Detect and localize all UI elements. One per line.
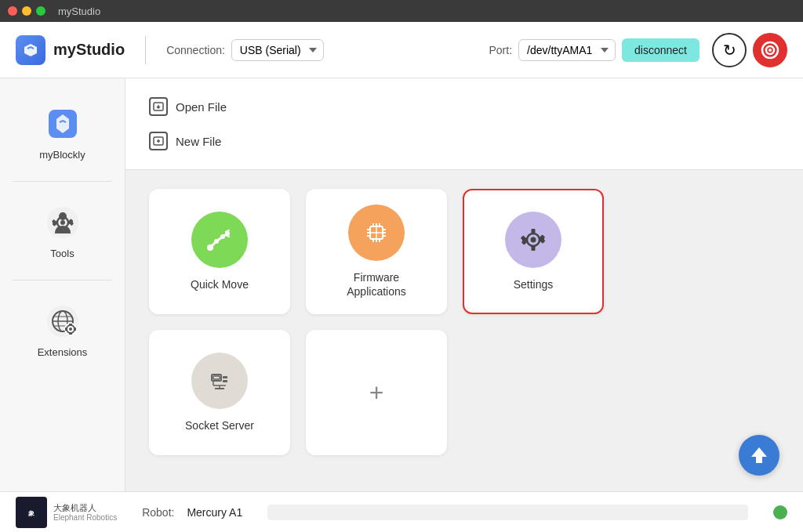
open-file-button[interactable]: Open File (149, 94, 779, 119)
socket-server-label: Socket Server (185, 418, 254, 432)
svg-point-24 (69, 328, 72, 331)
settings-icon-circle (505, 212, 561, 268)
company-name-zh: 大象机器人 (53, 502, 117, 513)
svg-point-57 (531, 237, 536, 242)
add-icon: + (369, 378, 384, 407)
connection-status-dot (773, 505, 787, 519)
quick-move-icon-circle (191, 212, 248, 268)
svg-text:象: 象 (28, 510, 35, 517)
svg-rect-59 (532, 246, 536, 251)
refresh-button[interactable]: ↻ (712, 33, 747, 67)
file-actions: Open File New File (125, 78, 803, 170)
firmware-label: Firmware Applications (347, 270, 406, 299)
refresh-icon: ↻ (723, 41, 736, 60)
sidebar-item-tools-label: Tools (50, 248, 74, 259)
status-bar (267, 505, 748, 520)
cards-grid: Quick Move (125, 170, 803, 474)
new-file-label: New File (176, 135, 221, 148)
sidebar-divider-1 (13, 181, 112, 182)
card-settings[interactable]: Settings (463, 189, 604, 314)
myblockly-icon (42, 103, 83, 144)
window-title: myStudio (58, 5, 100, 17)
sidebar-item-extensions[interactable]: Extensions (16, 291, 110, 367)
close-dot[interactable] (8, 6, 17, 16)
port-label: Port: (489, 44, 512, 56)
open-file-icon (149, 97, 168, 116)
bottom-logo-text: 大象机器人 Elephant Robotics (53, 502, 117, 522)
svg-rect-28 (74, 328, 76, 331)
sidebar-item-myblockly-label: myBlockly (39, 149, 85, 161)
cards-area-wrapper: Quick Move (125, 170, 803, 491)
open-file-label: Open File (176, 100, 227, 114)
header: myStudio Connection: USB (Serial) Port: … (0, 22, 803, 78)
svg-point-35 (207, 244, 213, 251)
card-socket-server[interactable]: Socket Server (149, 330, 290, 455)
firmware-icon-circle (348, 204, 405, 261)
quick-move-label: Quick Move (191, 277, 249, 291)
sidebar-item-myblockly[interactable]: myBlockly (16, 94, 110, 170)
main-area: myBlockly (0, 78, 803, 491)
svg-rect-58 (532, 229, 536, 233)
connection-label: Connection: (166, 44, 225, 56)
robot-status-button[interactable] (753, 33, 787, 67)
sidebar-item-extensions-label: Extensions (38, 346, 88, 358)
sidebar: myBlockly (0, 78, 125, 491)
svg-point-36 (214, 239, 219, 244)
logo-area: myStudio (16, 35, 125, 65)
app-title: myStudio (53, 41, 125, 59)
window-controls (8, 6, 45, 16)
svg-rect-26 (69, 332, 72, 335)
upload-button[interactable] (739, 435, 779, 476)
settings-label: Settings (514, 277, 554, 291)
svg-point-15 (59, 212, 67, 220)
company-name-en: Elephant Robotics (53, 513, 117, 522)
logo-icon (16, 35, 45, 65)
disconnect-button[interactable]: disconnect (622, 38, 699, 62)
card-add[interactable]: + (306, 330, 447, 455)
svg-point-6 (60, 220, 65, 225)
sidebar-item-tools[interactable]: Tools (16, 193, 110, 269)
robot-name: Mercury A1 (187, 506, 242, 519)
connection-area: Connection: USB (Serial) (166, 39, 324, 61)
card-quick-move[interactable]: Quick Move (149, 189, 290, 314)
extensions-icon (42, 301, 83, 342)
socket-server-icon-circle (191, 353, 248, 409)
port-select[interactable]: /dev/ttyAMA1 (518, 39, 616, 61)
content-area: Open File New File (125, 78, 803, 491)
robot-label: Robot: (142, 506, 174, 519)
svg-rect-70 (223, 380, 227, 382)
svg-rect-27 (65, 328, 67, 331)
svg-point-2 (768, 49, 772, 52)
tools-icon (42, 202, 83, 243)
card-firmware-applications[interactable]: Firmware Applications (306, 189, 447, 314)
port-area: Port: /dev/ttyAMA1 disconnect ↻ (489, 33, 787, 67)
elephant-robotics-logo: 象 (16, 497, 47, 528)
minimize-dot[interactable] (22, 6, 31, 16)
bottom-logo: 象 大象机器人 Elephant Robotics (16, 497, 117, 528)
sidebar-divider-2 (13, 280, 112, 280)
new-file-button[interactable]: New File (149, 128, 779, 154)
maximize-dot[interactable] (36, 6, 45, 16)
svg-rect-25 (69, 324, 72, 326)
bottombar: 象 大象机器人 Elephant Robotics Robot: Mercury… (0, 491, 803, 532)
svg-point-37 (220, 234, 225, 239)
header-divider (145, 36, 146, 64)
new-file-icon (149, 132, 168, 150)
connection-select[interactable]: USB (Serial) (231, 39, 324, 61)
titlebar: myStudio (0, 0, 803, 22)
svg-rect-69 (223, 376, 227, 378)
